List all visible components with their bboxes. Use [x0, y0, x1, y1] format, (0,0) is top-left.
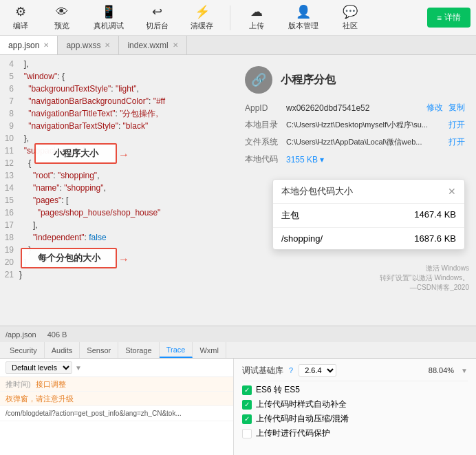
tab-app-json[interactable]: app.json ✕	[0, 36, 58, 54]
log-entry-1: 推时间) 接口调整	[0, 377, 233, 392]
local-dir-row: 本地目录 C:\Users\Hzzt\Desktop\myself\小程序\su…	[234, 116, 476, 134]
windows-watermark: 激活 Windows 转到"设置"以激活 Windows。 —CSDN博客_20…	[380, 264, 469, 293]
toolbar-compile[interactable]: ⚙ 编译	[6, 1, 36, 34]
checkbox-compress-box[interactable]: ✓	[242, 414, 252, 424]
settings-panel: 调试基础库 ? 2.6.4 88.04% ▼ ✓ ES6 转 ES5 ✓ 上传代…	[234, 359, 476, 455]
code-line-9: 9 "navigationBarTextStyle": "black"	[0, 120, 234, 132]
code-line-16: 16 "pages/shop_house/shop_house"	[0, 207, 234, 219]
detail-label: 详情	[444, 12, 461, 23]
code-line-13: 13 "root": "shopping",	[0, 169, 234, 182]
status-size: 406 B	[47, 330, 67, 339]
debug-lib-help[interactable]: ?	[289, 366, 293, 374]
size-popup: 本地分包代码大小 ✕ 主包 1467.4 KB /shopping/ 1687.…	[272, 179, 465, 250]
checkbox-es6-box[interactable]: ✓	[242, 385, 252, 395]
checkbox-protect-box[interactable]	[242, 429, 252, 438]
filter-dropdown-icon: ▼	[75, 364, 82, 372]
tab-app-wxss[interactable]: app.wxss ✕	[58, 36, 119, 54]
debug-lib-select[interactable]: 2.6.4	[299, 364, 336, 377]
annotation-package-size: 每个分包的大小	[21, 248, 117, 268]
local-code-value[interactable]: 3155 KB ▾	[286, 155, 465, 165]
log-area: Default levels ▼ 推时间) 接口调整 杈弹窗，请注意升级 /co…	[0, 359, 234, 455]
popup-shopping-label: /shopping/	[281, 233, 323, 244]
file-tabs: app.json ✕ app.wxss ✕ index.wxml ✕	[0, 36, 476, 55]
checkbox-es6-label: ES6 转 ES5	[256, 384, 300, 396]
appid-copy-link[interactable]: 复制	[448, 102, 465, 114]
popup-main-row: 主包 1467.4 KB	[273, 204, 464, 228]
file-dir-link[interactable]: 打开	[448, 136, 465, 148]
checkbox-style-box[interactable]: ✓	[242, 400, 252, 410]
file-dir-row: 文件系统 C:\Users\Hzzt\AppData\Local\微信web..…	[234, 134, 476, 151]
local-dir-label: 本地目录	[245, 119, 286, 131]
toolbar-upload[interactable]: ☁ 上传	[241, 1, 272, 34]
debug-tab-storage[interactable]: Storage	[118, 342, 160, 358]
percent-dropdown[interactable]: ▼	[461, 367, 468, 374]
toolbar-background[interactable]: ↩ 切后台	[140, 1, 174, 34]
log-entry-3: /com/blogdetail?action=get_post_info&lan…	[0, 406, 233, 421]
device-icon: 📱	[101, 4, 116, 19]
log-entry-2: 杈弹窗，请注意升级	[0, 392, 233, 406]
code-line-6: 6 "backgroundTextStyle": "light",	[0, 83, 234, 95]
upload-label: 上传	[249, 21, 264, 31]
code-line-15: 15 "pages": [	[0, 194, 234, 207]
log-level-select[interactable]: Default levels	[6, 361, 72, 374]
device-debug-label: 真机调试	[94, 21, 124, 31]
tab-index-wxml[interactable]: index.wxml ✕	[119, 36, 186, 54]
toolbar-version[interactable]: 👤 版本管理	[283, 1, 324, 34]
popup-title: 本地分包代码大小	[281, 185, 353, 198]
checkbox-protect-label: 上传时进行代码保护	[256, 427, 330, 439]
status-bar: /app.json 406 B	[0, 326, 476, 342]
code-line-14: 14 "name": "shopping",	[0, 182, 234, 194]
appid-edit-link[interactable]: 修改	[426, 102, 443, 114]
popup-header: 本地分包代码大小 ✕	[273, 180, 464, 204]
popup-main-value: 1467.4 KB	[414, 209, 456, 222]
settings-percent: 88.04%	[429, 366, 454, 374]
debug-lib-label: 调试基础库	[242, 365, 283, 377]
debug-tab-trace[interactable]: Trace	[160, 342, 193, 358]
code-line-21: 21 }	[0, 268, 234, 281]
local-code-row: 本地代码 3155 KB ▾	[234, 151, 476, 168]
checkbox-style: ✓ 上传代码时样式自动补全	[242, 399, 468, 410]
toolbar-clear-cache[interactable]: ⚡ 清缓存	[185, 1, 219, 34]
log-filter: Default levels ▼	[0, 359, 233, 377]
tab-app-wxss-close[interactable]: ✕	[105, 41, 110, 49]
compile-icon: ⚙	[15, 4, 26, 19]
checkbox-compress-label: 上传代码时自动压缩/混淆	[256, 413, 349, 425]
code-line-4: 4 ],	[0, 58, 234, 70]
detail-button[interactable]: ≡ 详情	[427, 8, 470, 28]
popup-close-button[interactable]: ✕	[448, 186, 456, 197]
mini-program-title: 小程序分包	[281, 73, 336, 87]
code-line-8: 8 "navigationBarTitleText": "分包操作,	[0, 107, 234, 120]
code-editor: 4 ], 5 "window": { 6 "backgroundTextStyl…	[0, 55, 234, 326]
debug-tab-security[interactable]: Security	[3, 342, 45, 358]
mini-program-icon: 🔗	[245, 66, 272, 94]
appid-row: AppID wx062620dbd7541e52 修改 复制	[234, 99, 476, 116]
debug-tab-sensor[interactable]: Sensor	[80, 342, 118, 358]
tab-index-wxml-close[interactable]: ✕	[173, 41, 178, 49]
tab-app-json-label: app.json	[8, 41, 39, 50]
toolbar-preview[interactable]: 👁 预览	[47, 2, 77, 34]
version-label: 版本管理	[288, 21, 318, 31]
arrow-package: →	[118, 253, 129, 266]
separator-1	[230, 6, 230, 30]
tab-app-json-close[interactable]: ✕	[43, 41, 49, 49]
clear-label: 清缓存	[191, 21, 213, 31]
local-dir-value: C:\Users\Hzzt\Desktop\myself\小程序\su...	[286, 120, 443, 130]
right-panel: 🔗 小程序分包 AppID wx062620dbd7541e52 修改 复制 本…	[234, 55, 476, 326]
local-code-label: 本地代码	[245, 154, 286, 165]
preview-label: 预览	[54, 21, 69, 31]
checkbox-protect: 上传时进行代码保护	[242, 427, 468, 439]
toolbar-community[interactable]: 💬 社区	[335, 1, 365, 34]
background-icon: ↩	[152, 4, 162, 19]
toolbar-device-debug[interactable]: 📱 真机调试	[88, 1, 129, 34]
debug-tabs: Security Audits Sensor Storage Trace Wxm…	[0, 342, 476, 359]
community-label: 社区	[343, 21, 358, 31]
debug-tab-audits[interactable]: Audits	[45, 342, 80, 358]
appid-label: AppID	[245, 103, 286, 113]
code-line-7: 7 "navigationBarBackgroundColor": "#ff	[0, 95, 234, 107]
debug-tab-wxml[interactable]: Wxml	[193, 342, 226, 358]
code-line-17: 17 ],	[0, 219, 234, 231]
code-line-5: 5 "window": {	[0, 70, 234, 83]
popup-main-label: 主包	[281, 209, 299, 222]
toolbar: ⚙ 编译 👁 预览 📱 真机调试 ↩ 切后台 ⚡ 清缓存 ☁ 上传 👤 版本管理…	[0, 0, 476, 36]
local-dir-link[interactable]: 打开	[448, 119, 465, 131]
